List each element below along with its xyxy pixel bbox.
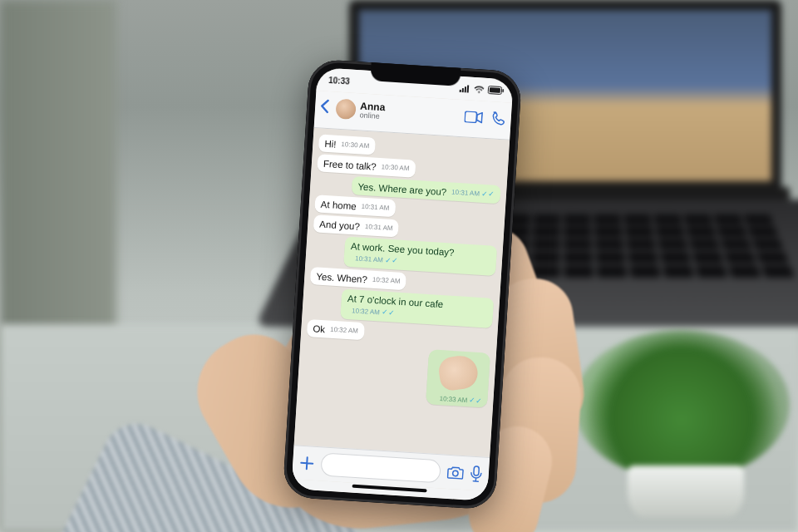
cell-signal-icon <box>460 84 471 92</box>
svg-rect-1 <box>462 88 464 92</box>
chat-scroll-area[interactable]: Hi!10:30 AM Free to talk?10:30 AM Yes. W… <box>294 128 510 457</box>
message-text: Hi! <box>324 139 337 150</box>
message-text: Ok <box>313 323 325 334</box>
svg-rect-3 <box>467 85 470 92</box>
phone-screen: 10:33 <box>291 67 513 501</box>
message-time: 10:33 AM <box>439 395 467 404</box>
wifi-icon <box>474 85 485 93</box>
microphone-button[interactable] <box>470 466 482 483</box>
message-time: 10:31 AM <box>364 221 393 234</box>
svg-rect-7 <box>502 89 504 92</box>
camera-button[interactable] <box>446 466 464 480</box>
photo-background: 10:33 <box>0 0 798 532</box>
message-time: 10:30 AM <box>341 139 370 152</box>
status-time: 10:33 <box>328 75 350 86</box>
svg-rect-2 <box>465 86 466 92</box>
message-time: 10:31 AM <box>355 254 383 264</box>
message-time: 10:31 AM <box>451 189 480 198</box>
video-call-button[interactable] <box>464 111 483 123</box>
message-text: And you? <box>319 219 360 232</box>
svg-rect-10 <box>474 466 480 475</box>
message-time: 10:31 AM <box>361 201 390 214</box>
sticker-bubble: 10:33 AM✓✓ <box>426 349 490 408</box>
contact-name-block[interactable]: Anna online <box>359 101 461 126</box>
back-button[interactable] <box>318 98 332 118</box>
voice-call-button[interactable] <box>490 111 506 126</box>
message-time: 10:32 AM <box>330 324 359 337</box>
svg-rect-6 <box>490 87 500 93</box>
svg-rect-0 <box>460 89 461 91</box>
battery-icon <box>488 86 505 95</box>
read-ticks-icon: ✓✓ <box>469 396 483 405</box>
svg-rect-8 <box>465 111 477 123</box>
message-out[interactable]: 10:33 AM✓✓ <box>303 342 490 408</box>
message-time: 10:32 AM <box>372 274 401 288</box>
message-text: Free to talk? <box>323 159 377 172</box>
clap-sticker-icon <box>437 353 480 392</box>
message-text: At home <box>320 200 356 212</box>
message-input[interactable] <box>320 452 441 483</box>
svg-point-9 <box>452 470 458 476</box>
read-ticks-icon: ✓✓ <box>382 308 396 318</box>
smartphone: 10:33 <box>283 58 523 510</box>
attach-button[interactable] <box>299 456 315 471</box>
contact-avatar[interactable] <box>335 99 356 120</box>
read-ticks-icon: ✓✓ <box>481 190 495 199</box>
message-time: 10:32 AM <box>352 307 380 316</box>
read-ticks-icon: ✓✓ <box>385 256 399 265</box>
message-text: Yes. When? <box>316 271 367 284</box>
message-text: Yes. Where are you? <box>357 181 447 197</box>
message-time: 10:30 AM <box>381 161 410 175</box>
svg-point-4 <box>478 91 480 92</box>
